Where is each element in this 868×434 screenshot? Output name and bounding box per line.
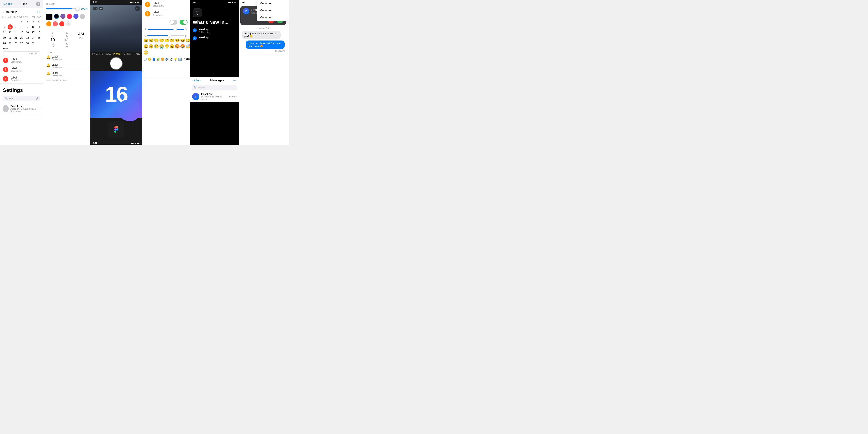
volume-thumb[interactable] [167,34,171,37]
color-swatch-pink[interactable] [67,14,72,19]
color-swatch-gray[interactable] [80,14,85,19]
prev-month-button[interactable]: ‹ [37,10,38,14]
toggle-off[interactable] [169,20,177,25]
cal-day[interactable]: 18 [36,30,41,35]
mode-portrait[interactable]: PORTRAIT [123,53,132,55]
cal-day[interactable]: 17 [31,30,36,35]
cal-day[interactable]: 28 [13,41,19,46]
brightness-slider[interactable] [148,29,184,30]
shutter-button[interactable] [110,58,122,69]
cal-day[interactable]: 11 [36,24,41,29]
color-swatch-indigo[interactable] [73,14,79,19]
cal-day[interactable]: 30 [25,41,30,46]
emoji-cat-symbols[interactable]: 🔣 [178,58,182,61]
cal-day[interactable]: 15 [19,30,24,35]
filters-link[interactable]: ‹ Filters [192,79,201,82]
menu-item-3[interactable]: Menu Item [257,14,289,21]
cal-day[interactable]: 10 [31,24,36,29]
color-swatch-salmon[interactable] [53,21,58,26]
cal-day[interactable] [13,19,19,24]
slider-thumb[interactable] [174,28,177,31]
color-swatch-orange[interactable] [46,21,51,26]
emoji-item[interactable]: 😭 [159,43,164,50]
list-item[interactable]: ! Label Description... [142,0,190,9]
emoji-item[interactable]: 😳 [144,50,148,56]
color-swatch-black-circle[interactable] [54,14,59,19]
cal-day[interactable]: 29 [19,41,24,46]
settings-search[interactable]: 🔍 Search 🎤 [3,96,40,101]
cal-day[interactable]: 1 [19,19,24,24]
color-swatch-red[interactable] [59,21,64,26]
cal-day[interactable]: 22 [19,35,24,40]
cal-day[interactable]: 8 [19,24,24,29]
mode-video[interactable]: VIDEO [105,53,111,55]
rotate-icon[interactable]: ↺ [135,6,140,11]
settings-user-row[interactable]: First Last Apple ID, iCloud, Media, & Pu… [0,102,43,115]
color-swatch-black[interactable] [46,14,53,20]
volume-slider[interactable] [147,35,184,36]
cal-day[interactable]: 16 [25,30,30,35]
emoji-cat-nature[interactable]: 🌿 [156,58,160,61]
cal-day[interactable]: 24 [31,35,36,40]
emoji-item[interactable]: 🥺 [149,43,154,50]
list-item[interactable]: ! Label Description... [142,9,190,19]
cal-day[interactable]: 2 [25,19,30,24]
mode-cinematic[interactable]: CINEMATIC [92,53,103,55]
notif-item[interactable]: 🔔 Label Description... [43,54,90,62]
emoji-item[interactable]: 😡 [175,43,180,50]
emoji-cat-people[interactable]: 👤 [152,58,156,61]
cal-day[interactable]: 27 [8,41,13,46]
picker-col-minutes[interactable]: 39 40 41 42 43 [60,32,73,48]
cal-day[interactable] [8,19,13,24]
emoji-cat-objects[interactable]: 💡 [174,58,177,61]
slider-thumb[interactable] [75,7,80,11]
color-swatch-add[interactable]: + [66,21,71,26]
time-value[interactable]: 9:41 AM [3,51,40,56]
toggle-on[interactable] [180,20,188,25]
color-swatch-purple[interactable] [60,14,65,19]
emoji-item[interactable]: 😠 [169,43,175,50]
messages-search[interactable]: 🔍 Search [192,85,237,90]
mode-photo[interactable]: PHOTO [113,53,120,55]
emoji-item[interactable]: 🤯 [185,43,190,50]
emoji-item[interactable]: 🤬 [180,43,185,50]
next-month-button[interactable]: › [39,10,40,14]
cal-day[interactable]: 26 [2,41,7,46]
close-button[interactable]: ✕ [36,2,40,6]
mode-pano[interactable]: PANO [135,53,140,55]
emoji-cat-recent[interactable]: 🕐 [144,58,147,61]
emoji-item[interactable]: 😢 [154,43,159,50]
list-item[interactable]: ! Label Description... [0,74,43,84]
cal-day[interactable]: 6 [8,24,13,29]
cal-day[interactable]: 9 [25,24,30,29]
cal-day[interactable]: 21 [13,35,19,40]
emoji-cat-flags[interactable]: 🏳 [182,58,185,61]
notif-item[interactable]: 🔔 Label Description... [43,62,90,70]
opacity-slider[interactable] [46,8,79,9]
cal-day[interactable]: 5 [2,24,7,29]
list-item[interactable]: ! Label Description... [0,56,43,65]
cal-day[interactable]: 25 [36,35,41,40]
cal-day[interactable] [2,19,7,24]
messages-list-item[interactable]: F First Last Let's get lunch! When works… [190,91,239,102]
picker-col-hours[interactable]: 8 9 10 11 12 [46,32,59,48]
cal-day[interactable]: 23 [25,35,30,40]
cal-day[interactable]: 14 [13,30,19,35]
cal-day[interactable]: 13 [8,30,13,35]
emoji-cat-activities[interactable]: ⚽ [169,58,173,61]
cal-day[interactable]: 3 [31,19,36,24]
list-item[interactable]: ! Label Description... [0,65,43,74]
emoji-item[interactable]: 😩 [144,43,148,50]
compose-icon[interactable]: ✏ [234,79,236,83]
figma-icon[interactable] [108,121,124,137]
emoji-item[interactable]: 😤 [164,43,169,50]
cal-day[interactable]: 7 [13,24,19,29]
emoji-cat-food[interactable]: 🍔 [161,58,164,61]
emoji-cat-smileys[interactable]: 😊 [148,58,151,61]
cal-day[interactable]: 20 [8,35,13,40]
cal-day[interactable]: 12 [2,30,7,35]
menu-item-1[interactable]: Menu Item [257,0,289,7]
menu-item-2[interactable]: Menu Item [257,7,289,14]
cal-day[interactable]: 19 [2,35,7,40]
emoji-cat-travel[interactable]: ✈️ [165,58,169,61]
